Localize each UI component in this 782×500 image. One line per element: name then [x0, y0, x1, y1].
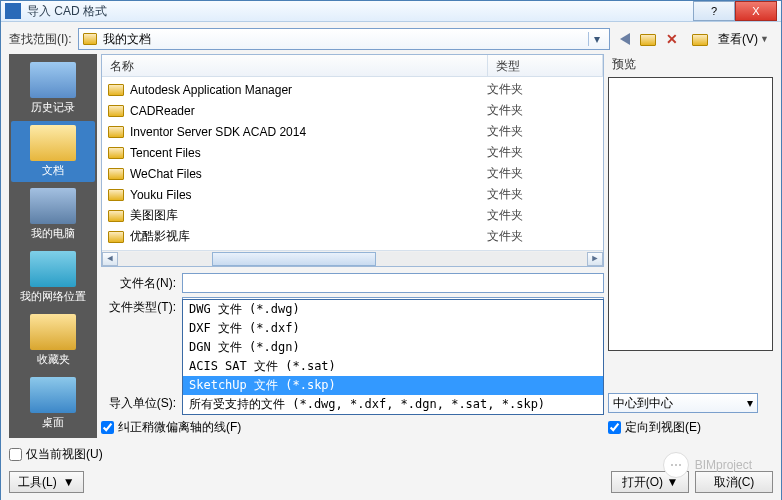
- scroll-thumb[interactable]: [212, 252, 376, 266]
- place-item[interactable]: 我的网络位置: [11, 247, 95, 308]
- row-type: 文件夹: [487, 165, 597, 182]
- open-button-label: 打开(O): [622, 474, 663, 491]
- list-item[interactable]: Inventor Server SDK ACAD 2014文件夹: [102, 121, 603, 142]
- up-folder-icon[interactable]: [640, 34, 656, 46]
- scroll-left-icon[interactable]: ◄: [102, 252, 118, 266]
- place-item[interactable]: 桌面: [11, 373, 95, 434]
- place-item[interactable]: 我的电脑: [11, 184, 95, 245]
- placement-select[interactable]: 中心到中心 ▾: [608, 393, 758, 413]
- titlebar: 导入 CAD 格式 ? X: [1, 1, 781, 22]
- places-bar: 历史记录文档我的电脑我的网络位置收藏夹桌面: [9, 54, 97, 438]
- filetype-option[interactable]: SketchUp 文件 (*.skp): [183, 376, 603, 395]
- view-button-label: 查看(V): [718, 31, 758, 48]
- filetype-dropdown: DWG 文件 (*.dwg)DXF 文件 (*.dxf)DGN 文件 (*.dg…: [182, 299, 604, 415]
- place-icon: [30, 188, 76, 224]
- chevron-down-icon: ▼: [666, 475, 678, 489]
- row-type: 文件夹: [487, 81, 597, 98]
- folder-icon: [83, 33, 97, 45]
- chevron-down-icon: ▾: [588, 32, 605, 46]
- list-item[interactable]: Autodesk Application Manager文件夹: [102, 79, 603, 100]
- import-cad-dialog: 导入 CAD 格式 ? X 查找范围(I): 我的文档 ▾ ✕ 查看(V) ▼: [0, 0, 782, 500]
- placement-value: 中心到中心: [613, 395, 673, 412]
- close-button[interactable]: X: [735, 1, 777, 21]
- place-item[interactable]: 历史记录: [11, 58, 95, 119]
- window-title: 导入 CAD 格式: [27, 3, 693, 20]
- place-label: 历史记录: [31, 100, 75, 115]
- filetype-option[interactable]: DGN 文件 (*.dgn): [183, 338, 603, 357]
- filetype-label: 文件类型(T):: [101, 299, 176, 316]
- folder-icon: [108, 168, 124, 180]
- row-type: 文件夹: [487, 228, 597, 245]
- scroll-right-icon[interactable]: ►: [587, 252, 603, 266]
- place-item[interactable]: 收藏夹: [11, 310, 95, 371]
- place-icon: [30, 62, 76, 98]
- scroll-track[interactable]: [118, 252, 587, 266]
- folder-icon: [108, 105, 124, 117]
- folder-icon: [108, 126, 124, 138]
- row-type: 文件夹: [487, 207, 597, 224]
- place-icon: [30, 251, 76, 287]
- currentview-label: 仅当前视图(U): [26, 446, 103, 463]
- tools-button-label: 工具(L): [18, 474, 57, 491]
- filetype-option[interactable]: ACIS SAT 文件 (*.sat): [183, 357, 603, 376]
- place-label: 文档: [42, 163, 64, 178]
- list-body: Autodesk Application Manager文件夹CADReader…: [102, 77, 603, 250]
- place-icon: [30, 125, 76, 161]
- place-label: 我的网络位置: [20, 289, 86, 304]
- row-type: 文件夹: [487, 186, 597, 203]
- view-button[interactable]: 查看(V) ▼: [718, 31, 769, 48]
- filetype-option[interactable]: DXF 文件 (*.dxf): [183, 319, 603, 338]
- lookin-combo[interactable]: 我的文档 ▾: [78, 28, 610, 50]
- place-icon: [30, 314, 76, 350]
- filetype-option[interactable]: DWG 文件 (*.dwg): [183, 300, 603, 319]
- row-type: 文件夹: [487, 144, 597, 161]
- preview-pane: 预览 中心到中心 ▾ 定向到视图(E): [608, 54, 773, 438]
- filename-input[interactable]: [182, 273, 604, 293]
- preview-body: [608, 77, 773, 351]
- list-item[interactable]: Youku Files文件夹: [102, 184, 603, 205]
- back-icon[interactable]: [620, 33, 630, 45]
- place-label: 桌面: [42, 415, 64, 430]
- row-name: Autodesk Application Manager: [130, 83, 487, 97]
- open-button[interactable]: 打开(O) ▼: [611, 471, 689, 493]
- col-name[interactable]: 名称: [102, 55, 488, 76]
- row-type: 文件夹: [487, 123, 597, 140]
- importunit-label: 导入单位(S):: [101, 395, 176, 412]
- list-item[interactable]: Tencent Files文件夹: [102, 142, 603, 163]
- offaxis-checkbox[interactable]: [101, 421, 114, 434]
- filename-label: 文件名(N):: [101, 275, 176, 292]
- list-item[interactable]: CADReader文件夹: [102, 100, 603, 121]
- list-item[interactable]: 优酷影视库文件夹: [102, 226, 603, 247]
- row-name: Tencent Files: [130, 146, 487, 160]
- delete-icon[interactable]: ✕: [666, 31, 682, 47]
- app-icon: [5, 3, 21, 19]
- row-name: Inventor Server SDK ACAD 2014: [130, 125, 487, 139]
- chevron-down-icon: ▼: [760, 34, 769, 44]
- help-button[interactable]: ?: [693, 1, 735, 21]
- col-type[interactable]: 类型: [488, 55, 603, 76]
- orient-checkbox[interactable]: [608, 421, 621, 434]
- h-scrollbar[interactable]: ◄ ►: [102, 250, 603, 266]
- chevron-down-icon: ▼: [63, 475, 75, 489]
- orient-label: 定向到视图(E): [625, 419, 701, 436]
- currentview-checkbox[interactable]: [9, 448, 22, 461]
- chevron-down-icon: ▾: [747, 396, 753, 410]
- place-label: 收藏夹: [37, 352, 70, 367]
- cancel-button[interactable]: 取消(C): [695, 471, 773, 493]
- place-icon: [30, 377, 76, 413]
- list-item[interactable]: 美图图库文件夹: [102, 205, 603, 226]
- new-folder-icon[interactable]: [692, 34, 708, 46]
- folder-icon: [108, 231, 124, 243]
- filetype-option[interactable]: 所有受支持的文件 (*.dwg, *.dxf, *.dgn, *.sat, *.…: [183, 395, 603, 414]
- row-type: 文件夹: [487, 102, 597, 119]
- place-item[interactable]: 文档: [11, 121, 95, 182]
- list-item[interactable]: WeChat Files文件夹: [102, 163, 603, 184]
- preview-label: 预览: [608, 54, 773, 75]
- folder-icon: [108, 147, 124, 159]
- folder-icon: [108, 84, 124, 96]
- tools-button[interactable]: 工具(L) ▼: [9, 471, 84, 493]
- lookin-label: 查找范围(I):: [9, 31, 72, 48]
- row-name: WeChat Files: [130, 167, 487, 181]
- file-list: 名称 类型 Autodesk Application Manager文件夹CAD…: [101, 54, 604, 267]
- lookin-value: 我的文档: [103, 31, 588, 48]
